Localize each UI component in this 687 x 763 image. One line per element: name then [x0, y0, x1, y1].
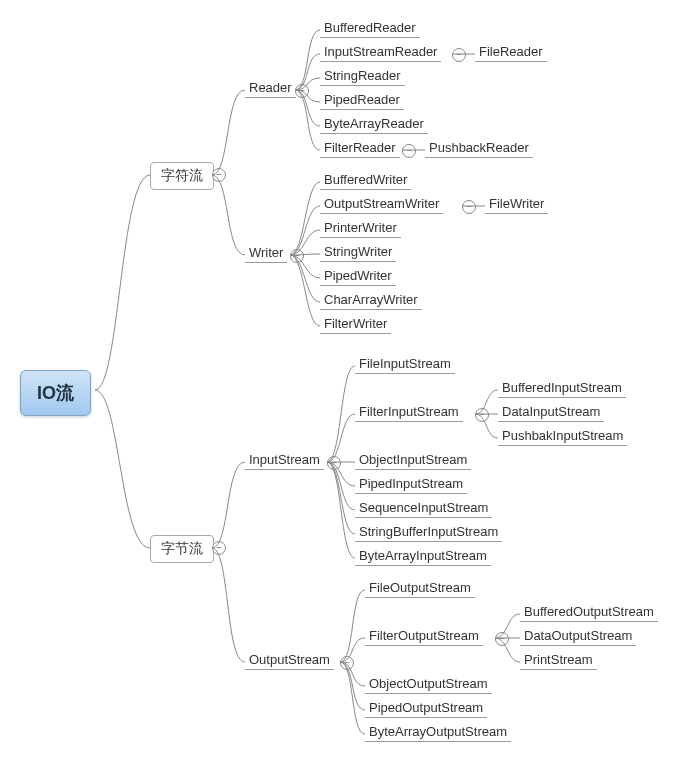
collapse-icon[interactable]: – [327, 456, 341, 470]
node-sequenceinputstream: SequenceInputStream [355, 500, 492, 518]
node-fileinputstream: FileInputStream [355, 356, 455, 374]
collapse-icon[interactable]: – [212, 168, 226, 182]
collapse-icon[interactable]: – [212, 541, 226, 555]
node-stringreader: StringReader [320, 68, 405, 86]
node-writer[interactable]: Writer [245, 245, 287, 263]
collapse-icon[interactable]: – [295, 84, 309, 98]
node-filewriter: FileWriter [485, 196, 548, 214]
node-stringwriter: StringWriter [320, 244, 396, 262]
node-pipedwriter: PipedWriter [320, 268, 396, 286]
collapse-icon[interactable]: – [462, 200, 476, 214]
collapse-icon[interactable]: – [452, 48, 466, 62]
node-bytearrayreader: ByteArrayReader [320, 116, 428, 134]
node-bytearrayinputstream: ByteArrayInputStream [355, 548, 491, 566]
node-inputstream[interactable]: InputStream [245, 452, 324, 470]
node-stringbufferinputstream: StringBufferInputStream [355, 524, 502, 542]
node-outputstream[interactable]: OutputStream [245, 652, 334, 670]
node-bufferedoutputstream: BufferedOutputStream [520, 604, 658, 622]
node-bufferedinputstream: BufferedInputStream [498, 380, 626, 398]
node-dataoutputstream: DataOutputStream [520, 628, 636, 646]
node-datainputstream: DataInputStream [498, 404, 604, 422]
collapse-icon[interactable]: – [290, 249, 304, 263]
node-outputstreamwriter[interactable]: OutputStreamWriter [320, 196, 443, 214]
node-pushbakinputstream: PushbakInputStream [498, 428, 627, 446]
node-objectinputstream: ObjectInputStream [355, 452, 471, 470]
node-filereader: FileReader [475, 44, 547, 62]
root-node[interactable]: IO流 [20, 370, 91, 416]
node-pushbackreader: PushbackReader [425, 140, 533, 158]
node-bufferedwriter: BufferedWriter [320, 172, 411, 190]
node-bytearrayoutputstream: ByteArrayOutputStream [365, 724, 511, 742]
branch-charstream[interactable]: 字符流 [150, 162, 214, 190]
node-objectoutputstream: ObjectOutputStream [365, 676, 492, 694]
node-filterreader[interactable]: FilterReader [320, 140, 400, 158]
node-pipedinputstream: PipedInputStream [355, 476, 467, 494]
collapse-icon[interactable]: – [340, 656, 354, 670]
node-chararraywriter: CharArrayWriter [320, 292, 422, 310]
collapse-icon[interactable]: – [475, 408, 489, 422]
branch-bytestream[interactable]: 字节流 [150, 535, 214, 563]
node-fileoutputstream: FileOutputStream [365, 580, 475, 598]
collapse-icon[interactable]: – [495, 632, 509, 646]
node-pipedoutputstream: PipedOutputStream [365, 700, 487, 718]
node-printstream: PrintStream [520, 652, 597, 670]
node-reader[interactable]: Reader [245, 80, 296, 98]
node-filteroutputstream[interactable]: FilterOutputStream [365, 628, 483, 646]
node-pipedreader: PipedReader [320, 92, 404, 110]
node-filterinputstream[interactable]: FilterInputStream [355, 404, 463, 422]
node-bufferedreader: BufferedReader [320, 20, 420, 38]
collapse-icon[interactable]: – [402, 144, 416, 158]
node-inputstreamreader[interactable]: InputStreamReader [320, 44, 441, 62]
node-printerwriter: PrinterWriter [320, 220, 401, 238]
node-filterwriter: FilterWriter [320, 316, 391, 334]
